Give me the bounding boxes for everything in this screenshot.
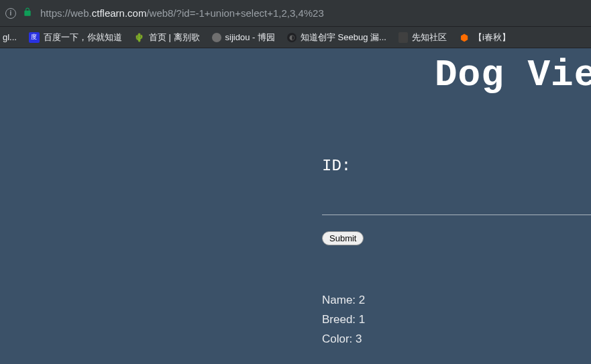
bookmark-label: 先知社区 [412, 32, 447, 44]
bookmark-label: 首页 | 离别歌 [149, 32, 200, 44]
color-value: 3 [356, 332, 362, 345]
result-name: Name: 2 [322, 291, 365, 310]
name-value: 2 [359, 294, 365, 306]
bookmark-label: 百度一下，你就知道 [44, 32, 122, 44]
bookmarks-bar: gl... 度 百度一下，你就知道 🌵 首页 | 离别歌 sijidou - 博… [0, 27, 591, 48]
address-bar: i https://web.ctflearn.com/web8/?id=-1+u… [0, 0, 591, 27]
results-area: Name: 2 Breed: 1 Color: 3 [322, 291, 365, 349]
breed-value: 1 [359, 313, 365, 326]
orange-icon: ⬢ [459, 32, 470, 43]
bookmark-seebug[interactable]: ◐ 知道创宇 Seebug 漏... [287, 32, 386, 44]
bookmark-sijidou[interactable]: sijidou - 博园 [212, 32, 275, 44]
bookmark-libiege[interactable]: 🌵 首页 | 离别歌 [134, 32, 200, 44]
id-label: ID: [322, 157, 591, 175]
id-input[interactable] [322, 196, 591, 215]
result-color: Color: 3 [322, 330, 365, 349]
url-text[interactable]: https://web.ctflearn.com/web8/?id=-1+uni… [40, 7, 324, 19]
page-content: Dog Viewer ID: Submit Name: 2 Breed: 1 C… [0, 48, 591, 364]
form-area: ID: Submit [322, 157, 591, 245]
info-icon[interactable]: i [5, 8, 16, 19]
gray-icon [212, 33, 221, 42]
page-title: Dog Viewer [435, 54, 591, 97]
dark-icon: ◐ [287, 33, 297, 42]
breed-label: Breed: [322, 313, 356, 326]
blank-icon [398, 32, 408, 43]
bookmark-gl[interactable]: gl... [3, 32, 17, 42]
name-label: Name: [322, 294, 356, 306]
bookmark-label: sijidou - 博园 [225, 32, 275, 44]
bookmark-xianzhi[interactable]: 先知社区 [398, 32, 447, 44]
submit-button[interactable]: Submit [322, 231, 364, 245]
color-label: Color: [322, 332, 352, 345]
result-breed: Breed: 1 [322, 310, 365, 330]
bookmark-label: 【i春秋】 [474, 32, 511, 44]
bookmark-label: 知道创宇 Seebug 漏... [301, 32, 386, 44]
cactus-icon: 🌵 [134, 32, 145, 43]
bookmark-baidu[interactable]: 度 百度一下，你就知道 [29, 32, 122, 44]
baidu-icon: 度 [29, 32, 40, 43]
bookmark-ichunqiu[interactable]: ⬢ 【i春秋】 [459, 32, 511, 44]
lock-icon[interactable] [23, 7, 32, 19]
bookmark-label: gl... [3, 32, 17, 42]
